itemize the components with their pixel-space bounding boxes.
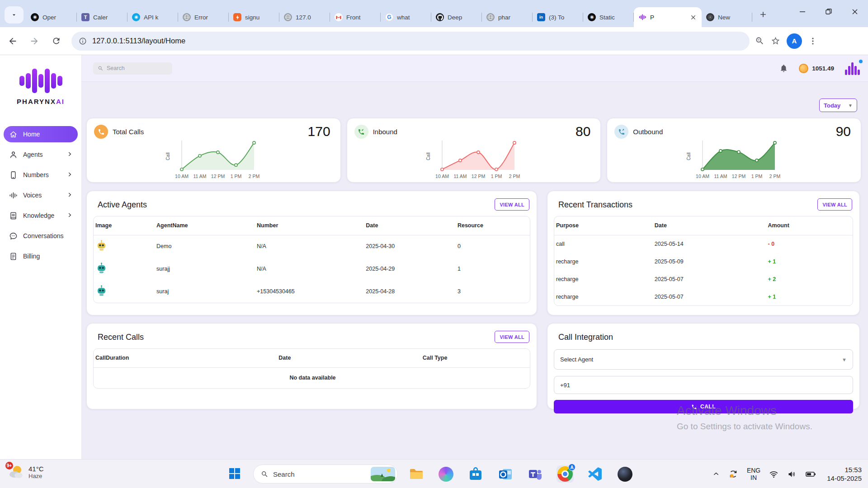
agent-row[interactable]: surajjN/A2025-04-291 bbox=[94, 258, 530, 280]
reload-button[interactable] bbox=[47, 32, 65, 50]
file-explorer-icon[interactable] bbox=[407, 465, 425, 483]
tab-close-icon[interactable] bbox=[689, 13, 697, 21]
pharynxai-logo-icon bbox=[0, 68, 81, 94]
taskbar-clock[interactable]: 15:53 14-05-2025 bbox=[827, 465, 862, 483]
url-bar[interactable]: 127.0.0.1:5113/layout/Home bbox=[71, 32, 750, 51]
svg-text:1 PM: 1 PM bbox=[231, 174, 242, 179]
browser-tab[interactable]: P bbox=[634, 7, 702, 27]
wifi-icon[interactable] bbox=[769, 469, 778, 479]
total-calls-card: Total Calls 170 Call 10 AM11 AM12 PM1 PM… bbox=[86, 118, 341, 183]
browser-tab[interactable]: phar bbox=[482, 7, 533, 27]
agent-row[interactable]: suraj+153045304652025-04-283 bbox=[94, 280, 530, 303]
phone-number-value: +91 bbox=[560, 382, 570, 389]
column-header: Purpose bbox=[554, 216, 653, 235]
sidebar-item-billing[interactable]: Billing bbox=[4, 248, 78, 264]
zoom-icon[interactable] bbox=[755, 36, 764, 46]
account-logo[interactable] bbox=[845, 61, 860, 75]
sidebar-item-label: Voices bbox=[23, 192, 61, 199]
browser-tab[interactable]: in(3) To bbox=[533, 7, 583, 27]
sidebar-item-agents[interactable]: Agents bbox=[4, 146, 78, 163]
language-indicator[interactable]: ENGIN bbox=[747, 467, 760, 481]
browser-tab[interactable]: Deep bbox=[431, 7, 482, 27]
chrome-profile-badge: A bbox=[568, 464, 576, 471]
new-tab-button[interactable] bbox=[755, 6, 771, 23]
sidebar-item-numbers[interactable]: Numbers bbox=[4, 167, 78, 183]
tray-overflow-chevron[interactable] bbox=[712, 470, 720, 478]
search-highlight-image[interactable] bbox=[371, 467, 395, 481]
minimize-button[interactable] bbox=[789, 0, 816, 23]
robot-avatar bbox=[95, 239, 108, 252]
teams-icon[interactable] bbox=[527, 465, 544, 483]
transaction-row[interactable]: recharge2025-05-09+ 1 bbox=[554, 253, 853, 270]
browser-tab[interactable]: New bbox=[702, 7, 752, 27]
outlook-icon[interactable] bbox=[497, 465, 514, 483]
chevron-down-icon: ▼ bbox=[842, 357, 847, 362]
app-search-input[interactable]: Search bbox=[93, 62, 172, 75]
browser-tab[interactable]: ✳Oper bbox=[26, 7, 77, 27]
dark-browser-icon[interactable] bbox=[616, 465, 633, 483]
browser-tab[interactable]: 127.0 bbox=[279, 7, 330, 27]
restore-button[interactable] bbox=[816, 0, 842, 23]
view-all-calls-button[interactable]: VIEW ALL bbox=[495, 331, 529, 343]
bookmark-star-icon[interactable] bbox=[771, 36, 780, 46]
weather-desc: Haze bbox=[28, 473, 44, 479]
tab-search-chevron-button[interactable] bbox=[5, 6, 24, 23]
browser-tab[interactable]: signu bbox=[229, 7, 279, 27]
select-agent-dropdown[interactable]: Select Agent ▼ bbox=[554, 349, 853, 370]
taskbar-app-icons: A bbox=[407, 465, 633, 483]
stat-value: 170 bbox=[308, 124, 330, 139]
svg-text:10 AM: 10 AM bbox=[435, 174, 449, 179]
back-button[interactable] bbox=[4, 32, 22, 50]
wallet-balance[interactable]: 1051.49 bbox=[799, 64, 834, 73]
browser-tab[interactable]: Front bbox=[330, 7, 381, 27]
browser-tab[interactable]: Error bbox=[178, 7, 229, 27]
status-dot bbox=[859, 60, 863, 63]
browser-tab[interactable]: ✳API k bbox=[127, 7, 178, 27]
notifications-bell-icon[interactable] bbox=[779, 64, 788, 73]
site-info-icon[interactable] bbox=[79, 37, 87, 45]
browser-tab[interactable]: ✳Static bbox=[583, 7, 634, 27]
panel-title: Recent Transactions bbox=[547, 191, 859, 210]
svg-text:11 AM: 11 AM bbox=[714, 174, 727, 179]
sidebar-item-home[interactable]: Home bbox=[4, 126, 78, 142]
tab-title: Front bbox=[346, 14, 376, 21]
date-filter-select[interactable]: Today ▼ bbox=[819, 99, 857, 112]
view-all-transactions-button[interactable]: VIEW ALL bbox=[817, 198, 852, 211]
reload-icon bbox=[52, 36, 61, 46]
svg-text:12 PM: 12 PM bbox=[211, 174, 225, 179]
close-window-button[interactable] bbox=[842, 0, 868, 23]
empty-row: No data available bbox=[94, 367, 530, 388]
phone-number-input[interactable]: +91 bbox=[554, 376, 853, 394]
agent-row[interactable]: DemoN/A2025-04-300 bbox=[94, 235, 530, 258]
sidebar: PHARYNXAI HomeAgentsNumbersVoicesKnowled… bbox=[0, 55, 82, 459]
vscode-icon[interactable] bbox=[586, 465, 604, 483]
taskbar-search-box[interactable]: Search bbox=[253, 465, 398, 483]
volume-icon[interactable] bbox=[787, 469, 797, 479]
browser-menu-icon[interactable] bbox=[808, 37, 817, 46]
copilot-icon[interactable] bbox=[437, 465, 454, 483]
view-all-agents-button[interactable]: VIEW ALL bbox=[495, 198, 529, 211]
search-icon bbox=[261, 470, 269, 478]
taskbar-weather-widget[interactable]: 9+ 41°C Haze bbox=[7, 464, 44, 481]
sidebar-item-label: Agents bbox=[23, 151, 61, 158]
transaction-row[interactable]: call2025-05-14- 0 bbox=[554, 235, 853, 253]
sidebar-item-conversations[interactable]: Conversations bbox=[4, 228, 78, 244]
browser-tab[interactable]: Gwhat bbox=[381, 7, 431, 27]
transaction-row[interactable]: recharge2025-05-07+ 2 bbox=[554, 270, 853, 288]
browser-tab[interactable]: TCaler bbox=[77, 7, 127, 27]
svg-text:Call: Call bbox=[165, 152, 170, 160]
minimize-icon bbox=[799, 9, 806, 15]
search-placeholder: Search bbox=[107, 65, 125, 71]
update-sync-icon[interactable] bbox=[728, 469, 738, 479]
microsoft-store-icon[interactable] bbox=[467, 465, 484, 483]
forward-button[interactable] bbox=[25, 32, 43, 50]
recent-transactions-panel: Recent Transactions VIEW ALL PurposeDate… bbox=[547, 191, 860, 315]
transaction-row[interactable]: recharge2025-05-07+ 1 bbox=[554, 288, 853, 305]
browser-profile-avatar[interactable]: A bbox=[787, 33, 802, 49]
chrome-icon[interactable]: A bbox=[557, 465, 574, 483]
sidebar-item-knowledge[interactable]: Knowledge bbox=[4, 207, 78, 224]
start-button[interactable] bbox=[228, 467, 241, 482]
sidebar-item-voices[interactable]: Voices bbox=[4, 187, 78, 203]
battery-icon[interactable] bbox=[805, 469, 816, 479]
plus-icon bbox=[759, 10, 768, 19]
